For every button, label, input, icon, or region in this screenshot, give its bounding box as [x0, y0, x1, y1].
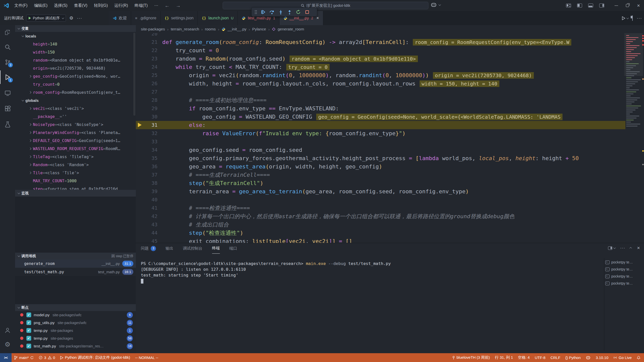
toggle-sidebar-icon[interactable] [574, 0, 585, 11]
code-line[interactable]: 22 try_count = 0 [136, 46, 625, 55]
debug-step-into-button[interactable] [276, 8, 285, 16]
maximize-panel-icon[interactable] [629, 247, 632, 250]
breakpoint-checkbox[interactable]: ✔ [26, 312, 31, 317]
source-control-icon[interactable]: 3 [0, 55, 15, 69]
sidebar-scrollbar[interactable] [133, 33, 135, 116]
go-live-button[interactable]: Go Live [611, 353, 634, 362]
breadcrumb-item[interactable]: site-packages [141, 27, 165, 31]
menu-item[interactable]: 文件(F) [11, 0, 31, 11]
breakpoint-row[interactable]: ✔test_math.pysite-packages\terrain_res…1… [15, 342, 136, 350]
code-line[interactable]: 21def generate_room(room_config: RoomReq… [136, 38, 625, 46]
variable-row[interactable]: MAX_TRY_COUNT = 1000 [15, 177, 136, 185]
debug-step-over-button[interactable] [267, 8, 276, 16]
panel-more-actions-icon[interactable]: ··· [620, 246, 625, 251]
tab-欢迎[interactable]: 欢迎 [109, 11, 131, 25]
extensions-icon[interactable] [0, 102, 15, 115]
debug-settings-gear-icon[interactable]: ⚙ [69, 15, 73, 21]
testing-icon[interactable] [0, 117, 15, 131]
variable-row[interactable]: width = 150 [15, 48, 136, 56]
remote-indicator[interactable]: >< [0, 353, 12, 362]
variable-row[interactable]: __package__ = '' [15, 112, 136, 120]
cursor-position[interactable]: 行 31, 列 1 [492, 353, 515, 362]
menu-item[interactable]: 选择(S) [51, 0, 71, 11]
variable-row[interactable]: try_count = 0 [15, 80, 136, 88]
split-editor-icon[interactable] [632, 16, 633, 21]
python-version[interactable]: 3.10.10 [593, 353, 611, 362]
variable-row[interactable]: DEFAULT_GEO_CONFIG = GeoConfig(seed=1… [15, 137, 136, 145]
tab-settings.json[interactable]: {}settings.json [160, 11, 198, 25]
code-line[interactable]: 23 random = Random(room_config.seed)rand… [136, 55, 625, 63]
code-line[interactable]: 29 if room_config.env_type == EnvType.WA… [136, 104, 625, 113]
close-panel-icon[interactable]: × [637, 245, 640, 251]
variable-row[interactable]: TileTag = <class 'TileTag'> [15, 153, 136, 161]
code-line[interactable]: 34 geo_config.seed = room_config.seed [136, 146, 625, 154]
run-and-debug-icon[interactable]: 1 [0, 70, 15, 84]
code-line[interactable]: 43 # 生成出口组合 [136, 220, 625, 229]
toggle-panel-icon[interactable] [585, 0, 596, 11]
variable-row[interactable]: Tile = <class 'Tile'> [15, 169, 136, 177]
code-line[interactable]: 35 geo_config.primary_forces.geothermal_… [136, 154, 625, 162]
close-tab-icon[interactable]: × [316, 16, 319, 21]
vim-mode-indicator[interactable]: -- NORMAL -- [133, 353, 161, 362]
code-line[interactable]: 39 terrain_area = geo_area_to_terrain(ge… [136, 187, 625, 196]
breakpoint-row[interactable]: ✔png_utils.pysite-packages\wfc11 [15, 319, 136, 327]
breakpoints-section-header[interactable]: 断点 [15, 304, 136, 311]
code-line[interactable]: 42 # 计算每一个出口的中心，然后使用astar生成路径，确保每一个出口组合都… [136, 212, 625, 220]
editor-more-actions-icon[interactable]: ··· [637, 16, 642, 21]
panel-tab-问题[interactable]: 问题3 [141, 243, 156, 254]
notifications-bell-icon[interactable] [634, 353, 644, 362]
debug-status[interactable]: Python 调试程序: 启动文件 (godot-ldtk) [58, 353, 133, 362]
breadcrumb-item[interactable]: Pylance [252, 27, 266, 31]
encoding-indicator[interactable]: UTF-8 [532, 353, 548, 362]
remote-explorer-icon[interactable] [0, 86, 15, 100]
breakpoint-row[interactable]: ✔model.pysite-packages\wfc6 [15, 311, 136, 319]
problems-indicator[interactable]: 3 0 [36, 353, 58, 362]
breakpoint-row[interactable]: ✔temp.pysite-packages58 [15, 334, 136, 342]
terminal-output[interactable]: PS C:\computer_science\godot-ldtk\site-p… [141, 261, 604, 285]
panel-tab-终端[interactable]: 终端 [212, 243, 220, 254]
code-line[interactable]: 44 step("检查连通性") [136, 229, 625, 237]
variable-row[interactable]: geo_config = GeoConfig(seed=None, wor… [15, 72, 136, 80]
branch-indicator[interactable]: main* [12, 353, 36, 362]
variable-group[interactable]: globals [15, 96, 136, 104]
breakpoint-checkbox[interactable]: ✔ [26, 336, 31, 341]
breakpoint-checkbox[interactable]: ✔ [26, 344, 31, 348]
code-editor[interactable]: 2021def generate_room(room_config: RoomR… [136, 33, 644, 243]
code-line[interactable]: 45 exit_combinations: list[tuple[vec2i, … [136, 237, 625, 243]
code-line[interactable]: 37 # ====生成TerrainCell==== [136, 171, 625, 179]
nav-forward-icon[interactable]: → [173, 3, 184, 9]
terminal-instance[interactable]: >_pocketpy te… [605, 280, 642, 287]
menu-item[interactable]: 终端(T) [131, 0, 151, 11]
eol-indicator[interactable]: CRLF [548, 353, 563, 362]
drag-grip-icon[interactable] [253, 8, 259, 16]
menu-item[interactable]: 查看(V) [71, 0, 91, 11]
breakpoint-checkbox[interactable]: ✔ [26, 328, 31, 333]
code-line[interactable]: 38 step("生成TerrainCell") [136, 179, 625, 187]
code-line[interactable]: 33 [136, 138, 625, 146]
accounts-icon[interactable] [0, 324, 15, 337]
copilot-status-icon[interactable] [583, 353, 593, 362]
terminal-views-icon[interactable] [608, 246, 615, 250]
panel-tab-端口[interactable]: 端口 [229, 243, 237, 254]
breadcrumb-item[interactable]: rooms [205, 27, 216, 31]
watch-section-header[interactable]: 监视 [15, 190, 136, 197]
debug-stop-button[interactable] [303, 8, 311, 16]
nav-back-icon[interactable]: ← [162, 3, 173, 9]
code-line[interactable]: 20 [136, 33, 625, 38]
copilot-menu[interactable] [431, 2, 440, 8]
terminal-instance[interactable]: >_pocketpy te… [605, 266, 642, 273]
variable-row[interactable]: vec2i = <class 'vec2i'> [15, 104, 136, 112]
code-line[interactable]: 30 geo_config = WASTELAND_GEO_CONFIGgeo_… [136, 113, 625, 121]
breadcrumb-item[interactable]: terrain_research [171, 27, 199, 31]
variable-row[interactable]: WASTELAND_ROOM_REQUEST_CONFIG = RoomR… [15, 145, 136, 153]
code-line[interactable]: 25 origin = vec2i(random.randint(0, 1000… [136, 71, 625, 79]
code-line[interactable]: 31 else: [136, 121, 625, 129]
run-bar-more-icon[interactable]: ··· [77, 16, 82, 21]
explorer-icon[interactable] [0, 26, 15, 39]
run-python-file-button[interactable] [622, 16, 628, 20]
breakpoint-row[interactable]: ✔temp.pysite-packages1 [15, 327, 136, 334]
indentation-indicator[interactable]: 空格: 4 [515, 353, 532, 362]
code-line[interactable]: 24 while try_count < MAX_TRY_COUNT:try_c… [136, 63, 625, 71]
callstack-section-header[interactable]: 调用堆栈 因 step 已暂停 [15, 253, 136, 259]
callstack-frame[interactable]: generate_room__init__.py31:1 [15, 259, 136, 268]
